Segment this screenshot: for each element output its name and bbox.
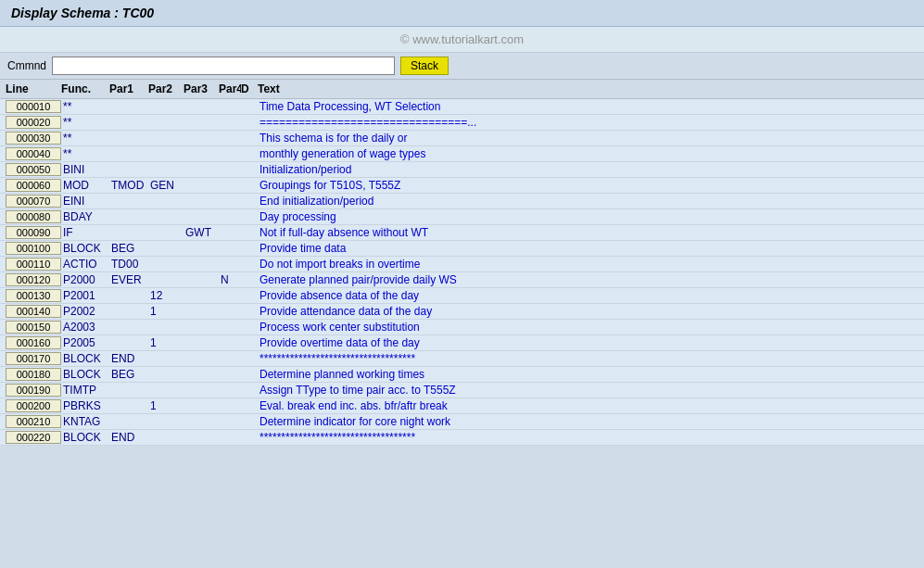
cell-func: EINI	[63, 195, 111, 208]
cell-text: Process work center substitution	[259, 321, 918, 334]
cell-func: BLOCK	[63, 368, 111, 381]
col-header-line: Line	[6, 82, 61, 95]
toolbar: Cmmnd Stack	[0, 53, 924, 80]
cell-line: 000090	[6, 226, 61, 239]
cell-func: **	[63, 147, 111, 160]
table-row[interactable]: 000020 ** ==============================…	[0, 115, 924, 131]
cell-func: TIMTP	[63, 384, 111, 397]
cell-par1: END	[111, 352, 150, 365]
table-row[interactable]: 000200 PBRKS 1 Eval. break end inc. abs.…	[0, 398, 924, 414]
cell-func: P2002	[63, 305, 111, 318]
cell-func: BLOCK	[63, 352, 111, 365]
table-row[interactable]: 000060 MOD TMOD GEN Groupings for T510S,…	[0, 178, 924, 194]
cell-func: **	[63, 116, 111, 129]
cell-text: ================================...	[259, 116, 918, 129]
cell-func: PBRKS	[63, 399, 111, 412]
cell-line: 000130	[6, 289, 61, 302]
table-row[interactable]: 000130 P2001 12 Provide absence data of …	[0, 288, 924, 304]
cell-line: 000220	[6, 431, 61, 444]
cell-text: Assign TType to time pair acc. to T555Z	[259, 384, 918, 397]
command-input[interactable]	[52, 57, 395, 75]
table-row[interactable]: 000190 TIMTP Assign TType to time pair a…	[0, 383, 924, 398]
table-row[interactable]: 000150 A2003 Process work center substit…	[0, 320, 924, 335]
cell-line: 000100	[6, 242, 61, 255]
cell-line: 000040	[6, 147, 61, 160]
cell-text: Generate planned pair/provide daily WS	[259, 273, 918, 286]
cell-par1: TD00	[111, 258, 150, 271]
col-header-par4: Par4	[219, 82, 241, 95]
cell-text: Provide absence data of the day	[259, 289, 918, 302]
table-row[interactable]: 000180 BLOCK BEG Determine planned worki…	[0, 367, 924, 383]
col-header-par1: Par1	[109, 82, 148, 95]
col-header-par3: Par3	[184, 82, 219, 95]
cell-func: **	[63, 132, 111, 145]
cell-line: 000110	[6, 258, 61, 271]
table-row[interactable]: 000050 BINI Initialization/period	[0, 162, 924, 178]
cell-line: 000200	[6, 399, 61, 412]
cell-text: Eval. break end inc. abs. bfr/aftr break	[259, 399, 918, 412]
cell-line: 000180	[6, 368, 61, 381]
cell-func: KNTAG	[63, 415, 111, 428]
data-table: 000010 ** Time Data Processing, WT Selec…	[0, 99, 924, 446]
cell-par1: BEG	[111, 368, 150, 381]
cell-text: Provide time data	[259, 242, 918, 255]
cell-par2: GEN	[150, 179, 185, 192]
cell-func: BLOCK	[63, 242, 111, 255]
cell-par2: 1	[150, 336, 185, 349]
col-header-func: Func.	[61, 82, 109, 95]
cell-line: 000080	[6, 210, 61, 223]
stack-button[interactable]: Stack	[400, 57, 449, 75]
cell-func: A2003	[63, 321, 111, 334]
cell-text: This schema is for the daily or	[259, 132, 918, 145]
cell-line: 000070	[6, 195, 61, 208]
cell-par3: GWT	[185, 226, 221, 239]
cell-par2: 12	[150, 289, 185, 302]
cell-text: Provide overtime data of the day	[259, 336, 918, 349]
table-row[interactable]: 000220 BLOCK END ***********************…	[0, 430, 924, 446]
col-header-text: Text	[258, 82, 918, 95]
cell-text: Do not import breaks in overtime	[259, 258, 918, 271]
watermark-text: © www.tutorialkart.com	[400, 32, 524, 46]
cell-par1: END	[111, 431, 150, 444]
table-row[interactable]: 000080 BDAY Day processing	[0, 209, 924, 225]
table-row[interactable]: 000170 BLOCK END ***********************…	[0, 351, 924, 367]
table-row[interactable]: 000090 IF GWT Not if full-day absence wi…	[0, 225, 924, 241]
cell-func: P2001	[63, 289, 111, 302]
cell-text: ************************************	[259, 352, 918, 365]
table-row[interactable]: 000210 KNTAG Determine indicator for cor…	[0, 414, 924, 430]
cell-text: End initialization/period	[259, 195, 918, 208]
cell-par1: EVER	[111, 273, 150, 286]
table-row[interactable]: 000070 EINI End initialization/period	[0, 194, 924, 209]
cell-line: 000060	[6, 179, 61, 192]
table-row[interactable]: 000040 ** monthly generation of wage typ…	[0, 146, 924, 162]
cell-func: **	[63, 100, 111, 113]
table-row[interactable]: 000100 BLOCK BEG Provide time data	[0, 241, 924, 257]
cell-text: ************************************	[259, 431, 918, 444]
table-row[interactable]: 000160 P2005 1 Provide overtime data of …	[0, 335, 924, 351]
cell-par1: TMOD	[111, 179, 150, 192]
cell-text: Determine planned working times	[259, 368, 918, 381]
table-row[interactable]: 000110 ACTIO TD00 Do not import breaks i…	[0, 257, 924, 272]
cell-func: P2000	[63, 273, 111, 286]
col-header-par2: Par2	[148, 82, 184, 95]
table-row[interactable]: 000010 ** Time Data Processing, WT Selec…	[0, 99, 924, 115]
cell-line: 000170	[6, 352, 61, 365]
table-row[interactable]: 000120 P2000 EVER N Generate planned pai…	[0, 272, 924, 288]
cell-func: IF	[63, 226, 111, 239]
cell-func: BINI	[63, 163, 111, 176]
column-headers: Line Func. Par1 Par2 Par3 Par4 D Text	[0, 80, 924, 99]
cell-line: 000120	[6, 273, 61, 286]
cell-text: Initialization/period	[259, 163, 918, 176]
cell-par2: 1	[150, 399, 185, 412]
cell-text: Day processing	[259, 210, 918, 223]
cell-line: 000010	[6, 100, 61, 113]
cell-func: BLOCK	[63, 431, 111, 444]
table-row[interactable]: 000030 ** This schema is for the daily o…	[0, 131, 924, 146]
cell-line: 000030	[6, 132, 61, 145]
cell-line: 000140	[6, 305, 61, 318]
page-title: Display Schema : TC00	[11, 6, 154, 20]
cell-text: Time Data Processing, WT Selection	[259, 100, 918, 113]
table-row[interactable]: 000140 P2002 1 Provide attendance data o…	[0, 304, 924, 320]
cell-line: 000050	[6, 163, 61, 176]
title-bar: Display Schema : TC00	[0, 0, 924, 27]
